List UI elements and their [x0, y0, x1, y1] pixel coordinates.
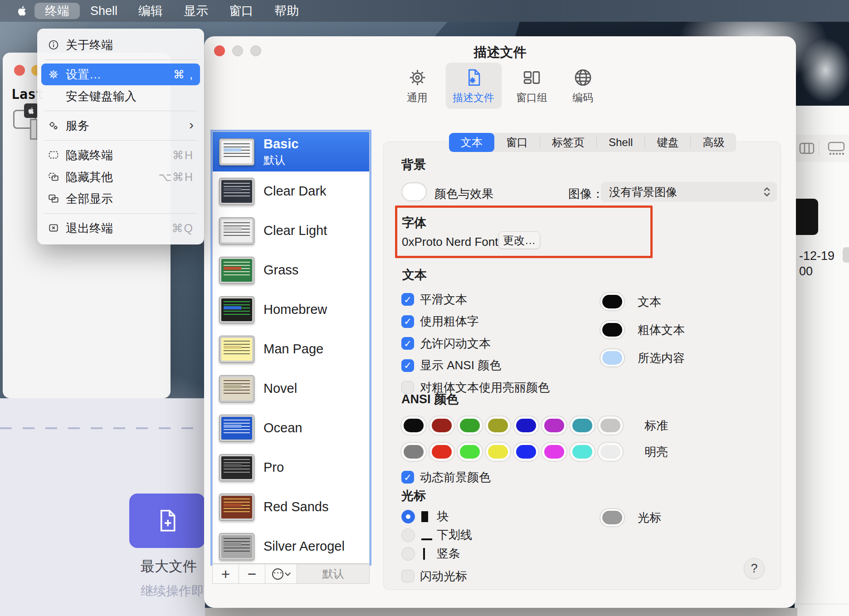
checkbox[interactable]: ✓: [401, 359, 414, 372]
stepper-chevrons-icon: [763, 186, 771, 198]
tab-窗口[interactable]: 窗口: [494, 133, 540, 152]
tab-文本[interactable]: 文本: [449, 133, 494, 152]
checkbox[interactable]: ✓: [401, 293, 414, 306]
ansi-color-swatch[interactable]: [541, 416, 567, 435]
profile-row-Pro[interactable]: Pro: [213, 448, 369, 487]
radio-button[interactable]: [401, 547, 415, 561]
profile-row-Silver Aerogel[interactable]: Silver Aerogel: [213, 527, 369, 564]
column-view-icon[interactable]: [799, 142, 815, 155]
image-label: 图像：: [568, 186, 604, 202]
menu-item-隐藏终端[interactable]: 隐藏终端 ⌘H: [41, 144, 200, 166]
ansi-color-swatch[interactable]: [541, 442, 567, 462]
cursor-style-option-块[interactable]: 块: [401, 507, 472, 526]
menu-item-安全键盘输入[interactable]: 安全键盘输入: [41, 85, 200, 107]
background-image-dropdown[interactable]: 没有背景图像: [601, 182, 777, 202]
tab-Shell[interactable]: Shell: [597, 133, 644, 152]
ansi-color-swatch[interactable]: [485, 416, 511, 435]
checkbox-row-显示 ANSI 颜色[interactable]: ✓ 显示 ANSI 颜色: [401, 355, 550, 377]
checkbox[interactable]: ✓: [401, 471, 414, 484]
radio-button[interactable]: [401, 510, 415, 523]
menu-item-服务[interactable]: 服务 ›: [41, 115, 200, 137]
ansi-color-swatch[interactable]: [513, 442, 539, 462]
help-button[interactable]: ?: [744, 558, 765, 579]
checkbox-row-平滑文本[interactable]: ✓ 平滑文本: [401, 288, 550, 311]
checkbox-row-使用粗体字[interactable]: ✓ 使用粗体字: [401, 311, 550, 333]
profile-row-Homebrew[interactable]: Homebrew: [213, 290, 369, 329]
menu-item-全部显示[interactable]: 全部显示: [41, 188, 200, 210]
menu-item-设置…[interactable]: 设置… ⌘ ,: [41, 64, 200, 85]
profile-row-Ocean[interactable]: Ocean: [213, 408, 369, 448]
color-well[interactable]: [600, 508, 625, 527]
ansi-color-swatch[interactable]: [400, 416, 427, 435]
profile-row-Man Page[interactable]: Man Page: [213, 329, 369, 369]
checkbox[interactable]: ✓: [401, 570, 414, 582]
ansi-color-swatch[interactable]: [569, 442, 595, 462]
ansi-color-swatch[interactable]: [597, 442, 624, 462]
cursor-style-option-竖条[interactable]: 竖条: [401, 544, 472, 563]
add-file-button[interactable]: [129, 494, 205, 548]
checkbox-row-动态前景颜色[interactable]: ✓ 动态前景颜色: [401, 466, 491, 488]
ansi-color-swatch[interactable]: [429, 416, 455, 435]
close-button[interactable]: [14, 65, 25, 76]
menu-bar-item-Shell[interactable]: Shell: [80, 3, 128, 19]
color-effects-well[interactable]: [401, 182, 427, 201]
menu-bar-item-帮助[interactable]: 帮助: [264, 3, 309, 19]
set-default-button[interactable]: 默认: [297, 564, 369, 583]
menu-bar-item-编辑[interactable]: 编辑: [128, 3, 173, 19]
cursor-color-well-group: 光标: [600, 508, 661, 527]
toolbar-item-通用[interactable]: 通用: [396, 63, 438, 109]
profile-row-Novel[interactable]: Novel: [213, 369, 369, 408]
ansi-color-swatch[interactable]: [429, 442, 455, 462]
tab-键盘[interactable]: 键盘: [645, 133, 690, 152]
gallery-view-icon[interactable]: [828, 142, 845, 155]
toolbar-item-窗口组[interactable]: 窗口组: [509, 63, 555, 109]
profile-settings-panel: 背景 颜色与效果 图像： 没有背景图像 字体 0xProto Nerd Font…: [383, 142, 781, 590]
profile-row-Clear Dark[interactable]: Clear Dark: [213, 171, 369, 211]
checkbox-row-允许闪动文本[interactable]: ✓ 允许闪动文本: [401, 332, 550, 355]
menu-item-关于终端[interactable]: 关于终端: [41, 34, 200, 56]
profile-row-Red Sands[interactable]: Red Sands: [213, 487, 369, 527]
profile-row-Clear Light[interactable]: Clear Light: [213, 211, 369, 250]
ansi-color-swatch[interactable]: [513, 416, 539, 435]
tab-标签页[interactable]: 标签页: [540, 133, 596, 152]
ansi-row-label: 标准: [644, 418, 668, 434]
menu-item-退出终端[interactable]: 退出终端 ⌘Q: [41, 217, 200, 239]
menu-bar-item-显示[interactable]: 显示: [173, 3, 219, 19]
menu-bar-item-终端[interactable]: 终端: [34, 3, 80, 19]
radio-button[interactable]: [401, 528, 415, 542]
apple-menu-icon[interactable]: [16, 5, 28, 17]
ansi-color-swatch[interactable]: [457, 442, 483, 462]
menu-item-隐藏其他[interactable]: 隐藏其他 ⌥⌘H: [41, 166, 200, 188]
toolbar-item-描述文件[interactable]: 描述文件: [445, 63, 502, 109]
checkbox-label: 闪动光标: [420, 568, 467, 584]
ansi-color-swatch[interactable]: [569, 416, 595, 435]
ansi-color-swatch[interactable]: [597, 416, 624, 435]
settings-toolbar: 通用 描述文件 窗口组 编码: [396, 63, 604, 109]
tab-高级[interactable]: 高级: [691, 133, 736, 152]
profile-list: Basic 默认 Clear Dark Clear Light Grass: [212, 132, 370, 564]
checkbox[interactable]: ✓: [401, 337, 414, 350]
toolbar-item-编码[interactable]: 编码: [562, 63, 604, 109]
cursor-style-option-下划线[interactable]: 下划线: [401, 526, 472, 544]
menu-bar-item-label: 显示: [184, 3, 208, 19]
ansi-color-swatch[interactable]: [400, 442, 427, 462]
ansi-color-swatch[interactable]: [485, 442, 511, 462]
color-well-row-所选内容: 所选内容: [600, 344, 685, 372]
add-profile-button[interactable]: +: [213, 564, 239, 583]
color-well[interactable]: [600, 292, 625, 311]
ansi-color-swatch[interactable]: [457, 416, 483, 435]
menu-item-icon: [48, 171, 61, 183]
profile-row-Grass[interactable]: Grass: [213, 250, 369, 290]
color-well[interactable]: [600, 348, 625, 367]
profile-row-Basic[interactable]: Basic 默认: [213, 132, 369, 171]
color-well[interactable]: [600, 320, 625, 339]
profile-list-footer: + − ⋯ 默认: [212, 564, 370, 584]
change-font-button[interactable]: 更改…: [498, 231, 540, 249]
remove-profile-button[interactable]: −: [239, 564, 265, 583]
more-actions-button[interactable]: ⋯: [265, 564, 297, 583]
menu-bar-item-窗口[interactable]: 窗口: [219, 3, 264, 19]
checkbox-row-闪动光标[interactable]: ✓ 闪动光标: [401, 565, 467, 587]
menu-item-label: 设置…: [66, 67, 173, 83]
checkbox[interactable]: ✓: [401, 315, 414, 328]
background-finder-window: -12-19 00: [795, 106, 849, 616]
